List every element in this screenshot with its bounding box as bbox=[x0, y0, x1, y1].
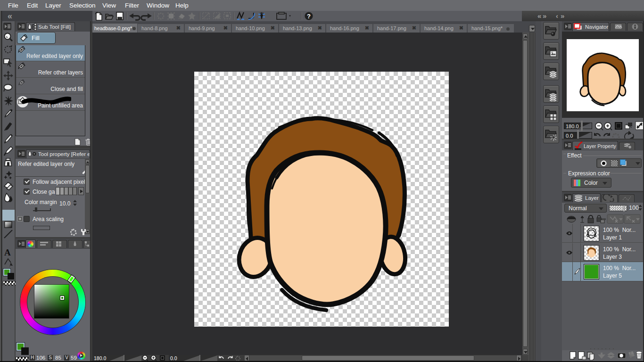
svg-text:A: A bbox=[4, 247, 11, 257]
svg-text:?: ? bbox=[307, 13, 311, 20]
